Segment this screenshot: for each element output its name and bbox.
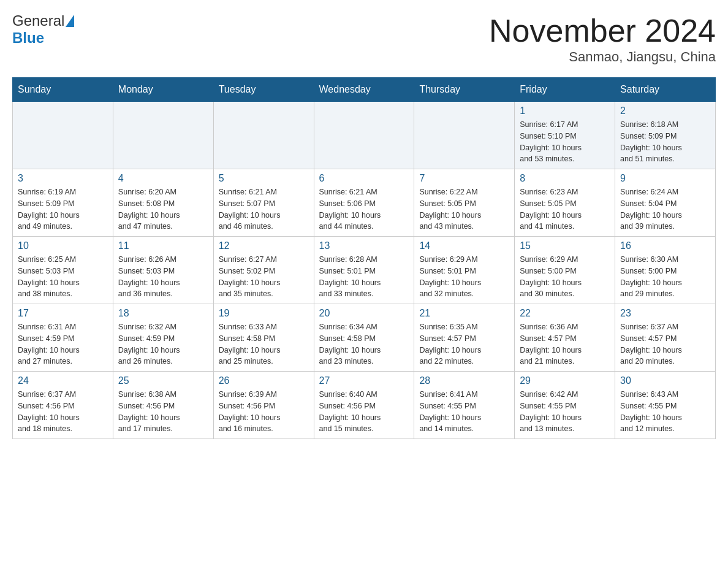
day-info: Sunrise: 6:24 AM Sunset: 5:04 PM Dayligh… [620,186,710,232]
logo: General Blue [12,12,74,47]
day-number: 9 [620,173,710,184]
day-info: Sunrise: 6:30 AM Sunset: 5:00 PM Dayligh… [620,254,710,300]
calendar-cell: 2Sunrise: 6:18 AM Sunset: 5:09 PM Daylig… [615,102,716,169]
location-subtitle: Sanmao, Jiangsu, China [489,49,716,65]
month-year-title: November 2024 [489,12,716,49]
calendar-cell: 13Sunrise: 6:28 AM Sunset: 5:01 PM Dayli… [314,237,414,304]
day-number: 15 [520,240,610,251]
day-info: Sunrise: 6:21 AM Sunset: 5:07 PM Dayligh… [219,186,309,232]
day-info: Sunrise: 6:25 AM Sunset: 5:03 PM Dayligh… [18,254,108,300]
calendar-cell: 5Sunrise: 6:21 AM Sunset: 5:07 PM Daylig… [213,169,314,237]
day-info: Sunrise: 6:33 AM Sunset: 4:58 PM Dayligh… [219,321,309,367]
calendar-header-row: SundayMondayTuesdayWednesdayThursdayFrid… [13,78,716,102]
day-info: Sunrise: 6:29 AM Sunset: 5:00 PM Dayligh… [520,254,610,300]
day-number: 1 [520,105,610,117]
calendar-cell: 7Sunrise: 6:22 AM Sunset: 5:05 PM Daylig… [414,169,515,237]
header-friday: Friday [515,78,615,102]
week-row-5: 24Sunrise: 6:37 AM Sunset: 4:56 PM Dayli… [13,372,716,439]
week-row-3: 10Sunrise: 6:25 AM Sunset: 5:03 PM Dayli… [13,237,716,304]
day-info: Sunrise: 6:41 AM Sunset: 4:55 PM Dayligh… [419,389,509,435]
day-number: 10 [18,240,108,251]
day-info: Sunrise: 6:39 AM Sunset: 4:56 PM Dayligh… [219,389,309,435]
calendar-cell: 23Sunrise: 6:37 AM Sunset: 4:57 PM Dayli… [615,304,716,372]
day-number: 5 [219,173,309,184]
calendar-cell: 22Sunrise: 6:36 AM Sunset: 4:57 PM Dayli… [515,304,615,372]
day-info: Sunrise: 6:23 AM Sunset: 5:05 PM Dayligh… [520,186,610,232]
day-info: Sunrise: 6:20 AM Sunset: 5:08 PM Dayligh… [118,186,208,232]
day-number: 17 [18,308,108,319]
header-monday: Monday [113,78,213,102]
day-number: 12 [219,240,309,251]
calendar-cell: 16Sunrise: 6:30 AM Sunset: 5:00 PM Dayli… [615,237,716,304]
calendar-cell [314,102,414,169]
calendar-cell: 21Sunrise: 6:35 AM Sunset: 4:57 PM Dayli… [414,304,515,372]
day-number: 3 [18,173,108,184]
day-info: Sunrise: 6:31 AM Sunset: 4:59 PM Dayligh… [18,321,108,367]
header-thursday: Thursday [414,78,515,102]
calendar-cell: 10Sunrise: 6:25 AM Sunset: 5:03 PM Dayli… [13,237,113,304]
calendar-cell: 28Sunrise: 6:41 AM Sunset: 4:55 PM Dayli… [414,372,515,439]
calendar-cell: 6Sunrise: 6:21 AM Sunset: 5:06 PM Daylig… [314,169,414,237]
day-info: Sunrise: 6:35 AM Sunset: 4:57 PM Dayligh… [419,321,509,367]
calendar-cell: 4Sunrise: 6:20 AM Sunset: 5:08 PM Daylig… [113,169,213,237]
logo-word-blue: Blue [12,29,44,46]
day-info: Sunrise: 6:26 AM Sunset: 5:03 PM Dayligh… [118,254,208,300]
logo-word-general: General [12,12,64,29]
day-info: Sunrise: 6:42 AM Sunset: 4:55 PM Dayligh… [520,389,610,435]
day-number: 7 [419,173,509,184]
day-number: 24 [18,375,108,386]
day-number: 8 [520,173,610,184]
calendar-table: SundayMondayTuesdayWednesdayThursdayFrid… [12,77,716,439]
calendar-cell: 12Sunrise: 6:27 AM Sunset: 5:02 PM Dayli… [213,237,314,304]
day-number: 18 [118,308,208,319]
calendar-cell: 25Sunrise: 6:38 AM Sunset: 4:56 PM Dayli… [113,372,213,439]
day-info: Sunrise: 6:34 AM Sunset: 4:58 PM Dayligh… [319,321,409,367]
day-info: Sunrise: 6:18 AM Sunset: 5:09 PM Dayligh… [620,119,710,165]
calendar-cell: 18Sunrise: 6:32 AM Sunset: 4:59 PM Dayli… [113,304,213,372]
calendar-cell: 27Sunrise: 6:40 AM Sunset: 4:56 PM Dayli… [314,372,414,439]
day-number: 28 [419,375,509,386]
day-info: Sunrise: 6:43 AM Sunset: 4:55 PM Dayligh… [620,389,710,435]
calendar-cell: 1Sunrise: 6:17 AM Sunset: 5:10 PM Daylig… [515,102,615,169]
header-wednesday: Wednesday [314,78,414,102]
calendar-cell: 9Sunrise: 6:24 AM Sunset: 5:04 PM Daylig… [615,169,716,237]
day-number: 30 [620,375,710,386]
day-number: 25 [118,375,208,386]
calendar-cell [113,102,213,169]
calendar-cell [213,102,314,169]
day-info: Sunrise: 6:17 AM Sunset: 5:10 PM Dayligh… [520,119,610,165]
day-number: 16 [620,240,710,251]
calendar-cell: 3Sunrise: 6:19 AM Sunset: 5:09 PM Daylig… [13,169,113,237]
calendar-cell: 14Sunrise: 6:29 AM Sunset: 5:01 PM Dayli… [414,237,515,304]
day-info: Sunrise: 6:37 AM Sunset: 4:57 PM Dayligh… [620,321,710,367]
header-tuesday: Tuesday [213,78,314,102]
day-number: 11 [118,240,208,251]
day-number: 23 [620,308,710,319]
day-number: 6 [319,173,409,184]
calendar-cell: 11Sunrise: 6:26 AM Sunset: 5:03 PM Dayli… [113,237,213,304]
day-info: Sunrise: 6:22 AM Sunset: 5:05 PM Dayligh… [419,186,509,232]
day-number: 21 [419,308,509,319]
day-info: Sunrise: 6:29 AM Sunset: 5:01 PM Dayligh… [419,254,509,300]
logo-triangle-icon [66,15,74,27]
calendar-cell [414,102,515,169]
day-number: 13 [319,240,409,251]
day-number: 4 [118,173,208,184]
day-info: Sunrise: 6:38 AM Sunset: 4:56 PM Dayligh… [118,389,208,435]
week-row-4: 17Sunrise: 6:31 AM Sunset: 4:59 PM Dayli… [13,304,716,372]
day-number: 29 [520,375,610,386]
day-info: Sunrise: 6:27 AM Sunset: 5:02 PM Dayligh… [219,254,309,300]
day-info: Sunrise: 6:32 AM Sunset: 4:59 PM Dayligh… [118,321,208,367]
week-row-2: 3Sunrise: 6:19 AM Sunset: 5:09 PM Daylig… [13,169,716,237]
header-saturday: Saturday [615,78,716,102]
week-row-1: 1Sunrise: 6:17 AM Sunset: 5:10 PM Daylig… [13,102,716,169]
calendar-cell: 24Sunrise: 6:37 AM Sunset: 4:56 PM Dayli… [13,372,113,439]
day-info: Sunrise: 6:40 AM Sunset: 4:56 PM Dayligh… [319,389,409,435]
calendar-cell: 17Sunrise: 6:31 AM Sunset: 4:59 PM Dayli… [13,304,113,372]
calendar-cell: 29Sunrise: 6:42 AM Sunset: 4:55 PM Dayli… [515,372,615,439]
calendar-cell: 20Sunrise: 6:34 AM Sunset: 4:58 PM Dayli… [314,304,414,372]
calendar-cell: 26Sunrise: 6:39 AM Sunset: 4:56 PM Dayli… [213,372,314,439]
day-number: 27 [319,375,409,386]
day-number: 26 [219,375,309,386]
day-info: Sunrise: 6:28 AM Sunset: 5:01 PM Dayligh… [319,254,409,300]
